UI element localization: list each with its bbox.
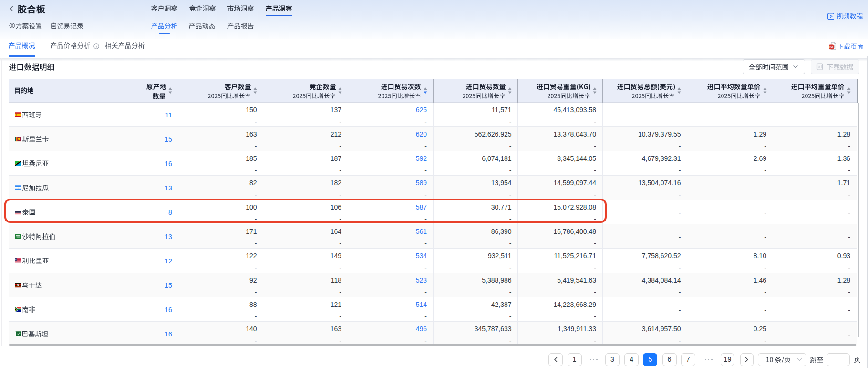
svg-text:PDF: PDF [829, 46, 833, 48]
